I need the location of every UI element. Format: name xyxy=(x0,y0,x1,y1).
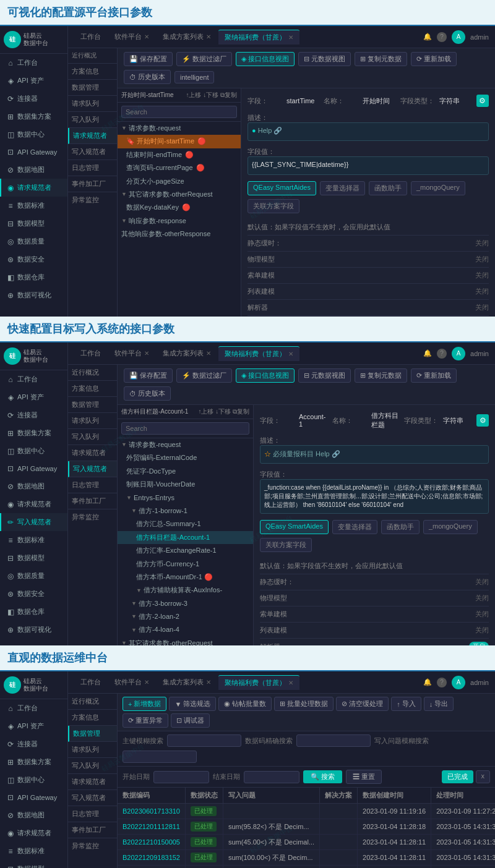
btn3-paste[interactable]: ◉钻帖批量数 xyxy=(218,697,272,711)
nav3-queue[interactable]: 请求队列 xyxy=(68,742,117,758)
sidebar-item-dataset[interactable]: ⊞数据集方案 xyxy=(0,108,67,126)
tree2-borrow3[interactable]: ▼借方-3-borrow-3 xyxy=(118,597,253,610)
sidebar2-datamap[interactable]: ⊘数据地图 xyxy=(0,477,67,495)
tree-item-pagesize[interactable]: 分页大小-pageSize xyxy=(118,175,241,188)
tab2-workspace[interactable]: 工作台 xyxy=(74,346,107,360)
nav3-overview[interactable]: 近行概况 xyxy=(68,694,117,710)
btn3-add[interactable]: +新增数据 xyxy=(123,697,166,711)
sidebar3-gateway[interactable]: ⊡API Gateway xyxy=(0,789,67,806)
tab-welfare[interactable]: 聚纳福利费（甘蔗）✕ xyxy=(218,30,299,45)
tree-item-datakey[interactable]: 数据Key-dataKey 🔴 xyxy=(118,201,241,214)
sidebar3-requester[interactable]: ◉请求规范者 xyxy=(0,824,67,842)
btn2-variable[interactable]: 变量选择器 xyxy=(332,520,377,534)
tree-search-input[interactable] xyxy=(121,106,237,118)
help-icon[interactable]: ? xyxy=(437,32,447,42)
btn-intelligent[interactable]: intelligent xyxy=(174,71,214,83)
section-logs[interactable]: 日志管理 xyxy=(68,160,117,176)
sidebar-item-security[interactable]: ⊛数据安全 xyxy=(0,250,67,268)
sidebar2-model[interactable]: ⊟数据模型 xyxy=(0,549,67,567)
section-requester[interactable]: 请求规范者 xyxy=(68,128,117,144)
btn3-export[interactable]: ↓导出 xyxy=(424,697,454,711)
nav2-queue[interactable]: 请求队列 xyxy=(68,413,117,429)
sidebar-item-datamap[interactable]: ⊘数据地图 xyxy=(0,161,67,179)
sidebar-item-connector[interactable]: ⟳连接器 xyxy=(0,90,67,108)
tab-integration[interactable]: 集成方案列表✕ xyxy=(157,30,217,44)
sidebar2-datacenter[interactable]: ◫数据中心 xyxy=(0,442,67,460)
tree-item-otherresponse[interactable]: 其他响应参数-otherResponse xyxy=(118,228,241,240)
tree2-loan2[interactable]: ▼借方-2-loan-2 xyxy=(118,610,253,623)
sidebar2-dataset[interactable]: ⊞数据集方案 xyxy=(0,424,67,442)
sidebar2-connector[interactable]: ⟳连接器 xyxy=(0,406,67,424)
nav3-write-normalizer[interactable]: 写入规范者 xyxy=(68,790,117,806)
btn2-copy-metadata[interactable]: ⊞复制元数据 xyxy=(355,368,407,383)
tree2-voucherdate[interactable]: 制账日期-VoucherDate xyxy=(118,478,253,491)
sidebar2-gateway[interactable]: ⊡API Gateway xyxy=(0,460,67,477)
sidebar2-quality[interactable]: ◎数据质量 xyxy=(0,567,67,585)
nav2-data[interactable]: 数据管理 xyxy=(68,397,117,413)
btn3-batch[interactable]: ⊞批量处理数据 xyxy=(274,697,334,711)
tab3-integration[interactable]: 集成方案列表✕ xyxy=(157,675,217,689)
tree2-doctype[interactable]: 凭证字-DocType xyxy=(118,465,253,478)
nav3-writequeue[interactable]: 写入队列 xyxy=(68,758,117,774)
field-value2-content[interactable]: _function:case when {{detailList.proName… xyxy=(260,479,489,514)
btn3-debugger[interactable]: ⊡调试器 xyxy=(171,713,210,728)
sidebar3-workspace[interactable]: ⌂工作台 xyxy=(0,699,67,717)
nav2-events[interactable]: 事件加工厂 xyxy=(68,493,117,509)
btn2-metadata-view[interactable]: ⊟元数据视图 xyxy=(298,368,351,383)
nav2-requester[interactable]: 请求规范者 xyxy=(68,445,117,461)
tree2-currency[interactable]: 借方方币-Currency-1 xyxy=(118,558,253,571)
filter-data-code[interactable] xyxy=(296,734,371,747)
sidebar2-requester[interactable]: ◉请求规范者 xyxy=(0,495,67,513)
tab3-software[interactable]: 软件平台✕ xyxy=(108,675,155,689)
filter-start-date[interactable] xyxy=(153,771,209,783)
tree2-otherrequest[interactable]: ▼其它请求参数-otherRequest xyxy=(118,637,253,645)
settings-btn[interactable]: ⚙ xyxy=(476,95,489,107)
tree2-externalcode[interactable]: 外贸编码-ExternalCode xyxy=(118,451,253,464)
sidebar-item-gateway[interactable]: ⊡API Gateway xyxy=(0,143,67,161)
btn-link-field[interactable]: 关联方案字段 xyxy=(248,199,299,213)
filter-end-date[interactable] xyxy=(244,771,299,783)
tab3-workspace[interactable]: 工作台 xyxy=(74,675,107,689)
help-icon3[interactable]: ? xyxy=(437,678,447,687)
btn2-function[interactable]: 函数助手 xyxy=(381,520,420,534)
search-btn[interactable]: 🔍 搜索 xyxy=(303,770,342,783)
sidebar3-model[interactable]: ⊟数据模型 xyxy=(0,860,67,868)
btn3-clear[interactable]: ⊘清空缓处理 xyxy=(336,697,389,711)
sidebar3-standard[interactable]: ≡数据标准 xyxy=(0,842,67,860)
tab2-integration[interactable]: 集成方案列表✕ xyxy=(157,346,217,360)
btn-variable-selector[interactable]: 变量选择器 xyxy=(320,181,365,195)
btn2-qeasy[interactable]: QEasy SmartAides xyxy=(260,520,329,534)
nav3-data[interactable]: 数据管理 xyxy=(68,726,117,742)
field-value-content[interactable]: {{LAST_SYNC_TIME|datetime}} xyxy=(248,156,489,175)
sidebar-item-quality[interactable]: ◎数据质量 xyxy=(0,232,67,250)
sidebar3-api[interactable]: ◈API 资产 xyxy=(0,717,67,735)
filter-write-issue[interactable] xyxy=(123,751,197,763)
nav3-logs[interactable]: 日志管理 xyxy=(68,806,117,822)
btn2-filter[interactable]: ⚡数据过滤厂 xyxy=(176,368,232,383)
bell-icon3[interactable]: 🔔 xyxy=(423,678,432,686)
section-queue[interactable]: 请求队列 xyxy=(68,96,117,112)
btn-metadata-view[interactable]: ⊟元数据视图 xyxy=(298,52,351,66)
btn2-mongo[interactable]: _mongoQuery xyxy=(423,520,478,534)
tree-item-starttime[interactable]: 🔖 开始时间-startTime 🔴 xyxy=(118,135,241,148)
tree-item-otherrequest[interactable]: ▼ 其它请求参数-otherRequest xyxy=(118,188,241,201)
settings-btn2[interactable]: ⚙ xyxy=(476,414,489,427)
tree2-entrys[interactable]: ▼Entrys-Entrys xyxy=(118,491,253,504)
tree2-exchangerate[interactable]: 借方汇率-ExchangeRate-1 xyxy=(118,544,253,557)
sidebar3-datacenter[interactable]: ◫数据中心 xyxy=(0,771,67,789)
section-data[interactable]: 数据管理 xyxy=(68,80,117,96)
btn-copy-metadata[interactable]: ⊞复制元数据 xyxy=(355,52,407,66)
section-events[interactable]: 事件加工厂 xyxy=(68,176,117,192)
sidebar2-security[interactable]: ⊛数据安全 xyxy=(0,585,67,603)
btn-data-filter[interactable]: ⚡数据过滤厂 xyxy=(176,52,232,66)
btn-mongo-query[interactable]: _mongoQuery xyxy=(411,181,465,195)
tree2-account1[interactable]: 借方科目栏题-Account-1 xyxy=(118,531,253,544)
btn-reload[interactable]: ⟳重新加载 xyxy=(411,52,457,66)
tab2-welfare[interactable]: 聚纳福利费（甘蔗）✕ xyxy=(218,346,299,361)
btn-save-config[interactable]: 💾保存配置 xyxy=(124,52,173,66)
sidebar2-visualization[interactable]: ⊕数据可视化 xyxy=(0,621,67,639)
tree2-loan4[interactable]: ▼借方-4-loan-4 xyxy=(118,623,253,636)
nav2-write-normalizer[interactable]: 写入规范者 xyxy=(68,461,117,477)
tab2-software[interactable]: 软件平台✕ xyxy=(108,346,155,360)
btn-function-helper[interactable]: 函数助手 xyxy=(369,181,407,195)
